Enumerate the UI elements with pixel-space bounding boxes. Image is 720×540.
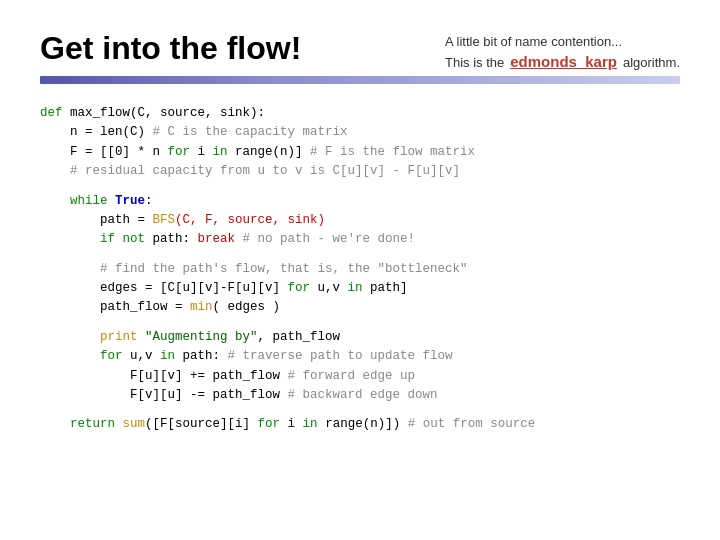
- code-line-11: print "Augmenting by", path_flow: [40, 328, 680, 347]
- code-line-4: # residual capacity from u to v is C[u][…: [40, 162, 680, 181]
- code-line-7: if not path: break # no path - we're don…: [40, 230, 680, 249]
- code-line-8: # find the path's flow, that is, the "bo…: [40, 260, 680, 279]
- code-block: def max_flow(C, source, sink): n = len(C…: [40, 104, 680, 435]
- slide: Get into the flow! A little bit of name …: [0, 0, 720, 540]
- code-bottleneck-section: # find the path's flow, that is, the "bo…: [40, 260, 680, 318]
- code-line-5: while True:: [40, 192, 680, 211]
- algorithm-label: algorithm.: [623, 55, 680, 70]
- subtitle-block: A little bit of name contention... This …: [445, 30, 680, 70]
- code-line-3: F = [[0] * n for i in range(n)] # F is t…: [40, 143, 680, 162]
- algorithm-highlight: edmonds_karp: [510, 53, 617, 70]
- code-line-13: F[u][v] += path_flow # forward edge up: [40, 367, 680, 386]
- code-line-1: def max_flow(C, source, sink):: [40, 104, 680, 123]
- code-def-section: def max_flow(C, source, sink): n = len(C…: [40, 104, 680, 182]
- divider-bar: [40, 76, 680, 84]
- code-line-9: edges = [C[u][v]-F[u][v] for u,v in path…: [40, 279, 680, 298]
- code-line-6: path = BFS(C, F, source, sink): [40, 211, 680, 230]
- code-return-section: return sum([F[source][i] for i in range(…: [40, 415, 680, 434]
- code-line-12: for u,v in path: # traverse path to upda…: [40, 347, 680, 366]
- this-is-the-label: This is the: [445, 55, 504, 70]
- code-line-10: path_flow = min( edges ): [40, 298, 680, 317]
- code-line-14: F[v][u] -= path_flow # backward edge dow…: [40, 386, 680, 405]
- subtitle-small: A little bit of name contention...: [445, 34, 622, 49]
- header: Get into the flow! A little bit of name …: [40, 30, 680, 70]
- code-update-section: print "Augmenting by", path_flow for u,v…: [40, 328, 680, 406]
- slide-title: Get into the flow!: [40, 30, 301, 67]
- code-line-2: n = len(C) # C is the capacity matrix: [40, 123, 680, 142]
- code-while-section: while True: path = BFS(C, F, source, sin…: [40, 192, 680, 250]
- code-line-15: return sum([F[source][i] for i in range(…: [40, 415, 680, 434]
- subtitle-line: This is the edmonds_karp algorithm.: [445, 53, 680, 70]
